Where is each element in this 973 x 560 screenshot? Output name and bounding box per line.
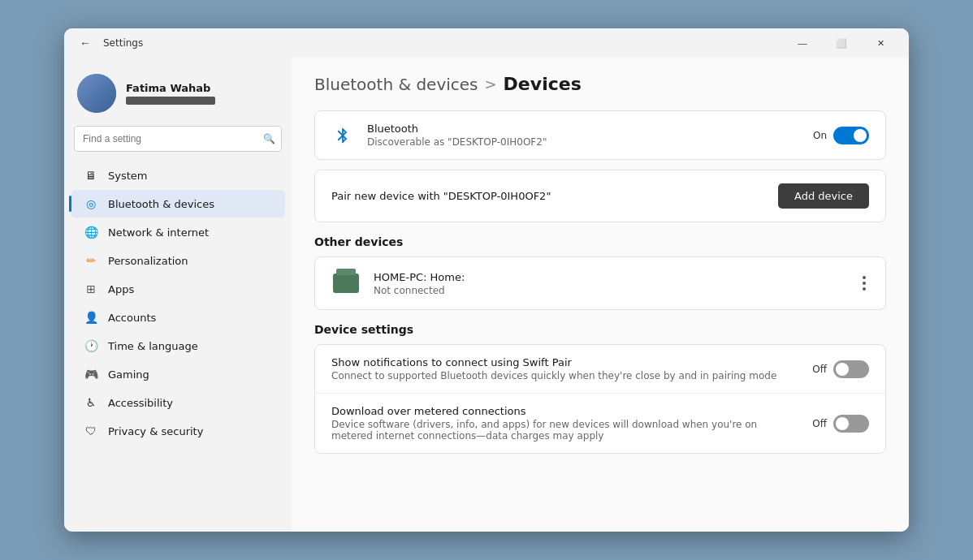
pair-device-card: Pair new device with "DESKTOP-0IH0OF2" A… <box>314 170 886 222</box>
metered-subtitle: Device software (drivers, info, and apps… <box>331 419 799 442</box>
sidebar-nav: 🖥 System ◎ Bluetooth & devices 🌐 Network… <box>64 162 292 445</box>
sidebar-item-label: Network & internet <box>108 226 209 239</box>
user-email <box>126 97 215 105</box>
sidebar: Fatima Wahab 🔍 🖥 System ◎ Bluetooth & de… <box>64 58 292 532</box>
sidebar-item-accessibility[interactable]: ♿ Accessibility <box>71 389 285 416</box>
sidebar-item-bluetooth[interactable]: ◎ Bluetooth & devices <box>71 190 285 218</box>
sidebar-item-label: Personalization <box>108 255 188 267</box>
pair-device-text: Pair new device with "DESKTOP-0IH0OF2" <box>331 190 551 202</box>
sidebar-item-time[interactable]: 🕐 Time & language <box>71 332 285 360</box>
sidebar-item-label: Privacy & security <box>108 425 203 437</box>
swift-pair-toggle-wrap: Off <box>812 360 869 378</box>
content-area: Fatima Wahab 🔍 🖥 System ◎ Bluetooth & de… <box>64 58 909 532</box>
time-icon: 🕐 <box>84 338 98 353</box>
sidebar-item-label: System <box>108 170 147 182</box>
bluetooth-text: Bluetooth Discoverable as "DESKTOP-0IH0O… <box>367 123 800 148</box>
sidebar-item-privacy[interactable]: 🛡 Privacy & security <box>71 417 285 445</box>
window-title: Settings <box>103 37 784 49</box>
sidebar-item-label: Apps <box>108 283 134 295</box>
sidebar-item-accounts[interactable]: 👤 Accounts <box>71 304 285 331</box>
titlebar: ← Settings — ⬜ ✕ <box>64 28 909 58</box>
search-icon: 🔍 <box>263 133 275 144</box>
add-device-button[interactable]: Add device <box>778 183 869 209</box>
accessibility-icon: ♿ <box>84 395 98 410</box>
bluetooth-toggle-wrap: On <box>813 127 869 144</box>
other-devices-title: Other devices <box>314 235 886 248</box>
metered-text: Download over metered connections Device… <box>331 405 799 442</box>
sidebar-item-label: Accounts <box>108 312 156 324</box>
bluetooth-title: Bluetooth <box>367 123 800 135</box>
device-row: HOME-PC: Home: Not connected <box>315 257 885 309</box>
settings-window: ← Settings — ⬜ ✕ Fatima Wahab <box>64 28 909 532</box>
breadcrumb: Bluetooth & devices > Devices <box>314 74 886 94</box>
sidebar-item-network[interactable]: 🌐 Network & internet <box>71 218 285 246</box>
metered-toggle-wrap: Off <box>812 415 869 433</box>
bluetooth-icon <box>331 124 354 147</box>
network-icon: 🌐 <box>84 225 98 239</box>
avatar <box>77 74 116 113</box>
privacy-icon: 🛡 <box>84 424 98 438</box>
bluetooth-row: Bluetooth Discoverable as "DESKTOP-0IH0O… <box>315 111 885 159</box>
minimize-button[interactable]: — <box>784 30 821 56</box>
swift-pair-row: Show notifications to connect using Swif… <box>315 345 885 393</box>
maximize-button[interactable]: ⬜ <box>823 30 860 56</box>
device-text: HOME-PC: Home: Not connected <box>374 271 846 296</box>
sidebar-item-personalization[interactable]: ✏ Personalization <box>71 247 285 274</box>
gaming-icon: 🎮 <box>84 367 98 381</box>
sidebar-item-gaming[interactable]: 🎮 Gaming <box>71 360 285 388</box>
pair-device-row: Pair new device with "DESKTOP-0IH0OF2" A… <box>315 170 885 222</box>
swift-pair-toggle[interactable] <box>833 360 869 378</box>
other-devices-card: HOME-PC: Home: Not connected <box>314 256 886 310</box>
main-content: Bluetooth & devices > Devices Bluetooth … <box>292 58 909 532</box>
user-section: Fatima Wahab <box>64 67 292 126</box>
metered-toggle-label: Off <box>812 418 827 429</box>
close-button[interactable]: ✕ <box>862 30 899 56</box>
user-info: Fatima Wahab <box>126 82 215 105</box>
sidebar-item-label: Time & language <box>108 340 198 352</box>
personalization-icon: ✏ <box>84 253 98 268</box>
swift-pair-title: Show notifications to connect using Swif… <box>331 356 799 368</box>
device-status: Not connected <box>374 285 846 296</box>
swift-pair-text: Show notifications to connect using Swif… <box>331 356 799 381</box>
device-settings-title: Device settings <box>314 323 886 336</box>
bluetooth-subtitle: Discoverable as "DESKTOP-0IH0OF2" <box>367 136 800 148</box>
metered-toggle[interactable] <box>833 415 869 433</box>
sidebar-item-label: Gaming <box>108 368 149 381</box>
bluetooth-nav-icon: ◎ <box>84 196 98 211</box>
accounts-icon: 👤 <box>84 310 98 325</box>
breadcrumb-parent[interactable]: Bluetooth & devices <box>314 75 478 94</box>
bluetooth-toggle[interactable] <box>833 127 869 144</box>
back-button[interactable]: ← <box>74 32 97 54</box>
search-input[interactable] <box>74 126 282 152</box>
device-icon <box>331 269 361 298</box>
breadcrumb-current: Devices <box>504 74 582 94</box>
device-name: HOME-PC: Home: <box>374 271 846 283</box>
metered-title: Download over metered connections <box>331 405 799 417</box>
system-icon: 🖥 <box>84 168 98 183</box>
metered-row: Download over metered connections Device… <box>315 393 885 453</box>
search-box: 🔍 <box>74 126 282 152</box>
apps-icon: ⊞ <box>84 282 98 296</box>
user-name: Fatima Wahab <box>126 82 215 94</box>
bluetooth-toggle-label: On <box>813 130 827 141</box>
sidebar-item-system[interactable]: 🖥 System <box>71 162 285 189</box>
device-more-button[interactable] <box>859 273 869 294</box>
window-controls: — ⬜ ✕ <box>784 30 899 56</box>
breadcrumb-separator: > <box>485 75 497 93</box>
sidebar-item-apps[interactable]: ⊞ Apps <box>71 275 285 303</box>
swift-pair-toggle-label: Off <box>812 364 827 375</box>
bluetooth-card: Bluetooth Discoverable as "DESKTOP-0IH0O… <box>314 110 886 160</box>
device-settings-card: Show notifications to connect using Swif… <box>314 344 886 454</box>
sidebar-item-label: Bluetooth & devices <box>108 198 214 210</box>
sidebar-item-label: Accessibility <box>108 397 173 409</box>
swift-pair-subtitle: Connect to supported Bluetooth devices q… <box>331 370 799 381</box>
